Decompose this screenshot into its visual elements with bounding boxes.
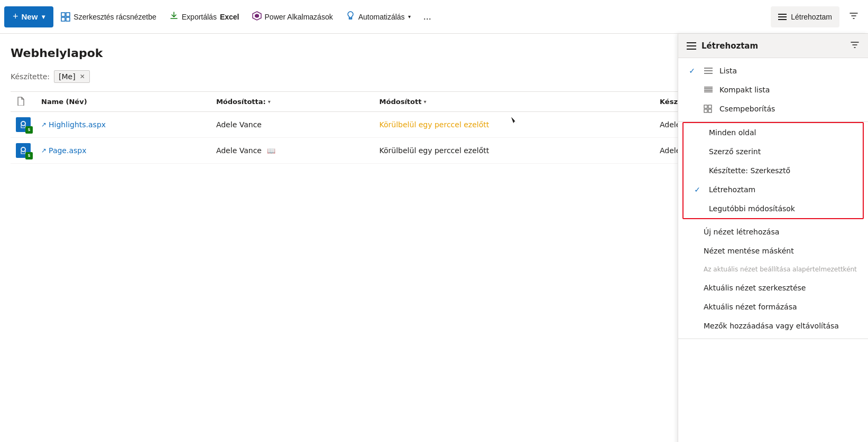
row2-book-icon: 📖 bbox=[267, 147, 275, 155]
dropdown-action-set-default-label: Az aktuális nézet beállítása alapértelme… bbox=[704, 266, 857, 273]
dropdown-action-format-view[interactable]: Aktuális nézet formázása bbox=[678, 297, 868, 316]
filter-tag-remove[interactable]: ✕ bbox=[80, 73, 85, 80]
row2-file-name[interactable]: Page.aspx bbox=[49, 146, 86, 155]
automate-icon bbox=[346, 11, 355, 22]
excel-label: Excel bbox=[220, 13, 239, 21]
row2-name-cell: ↗ Page.aspx bbox=[36, 138, 211, 164]
view-selector-button[interactable]: Létrehoztam bbox=[771, 6, 839, 27]
row1-modified-by-value: Adele Vance bbox=[216, 120, 262, 129]
automate-label: Automatizálás bbox=[358, 13, 405, 21]
sort-modified-icon: ▾ bbox=[423, 99, 426, 105]
export-label: Exportálás bbox=[182, 13, 217, 21]
tiles-icon bbox=[704, 105, 713, 113]
dropdown-header: Létrehoztam bbox=[678, 34, 868, 58]
svg-rect-3 bbox=[66, 17, 70, 21]
svg-rect-17 bbox=[704, 109, 707, 112]
col-modified-by-label: Módosította: bbox=[216, 98, 266, 106]
col-modified-label: Módosított bbox=[380, 98, 422, 106]
dropdown-item-compact-label: Kompakt lista bbox=[719, 86, 770, 94]
filter-button[interactable] bbox=[844, 6, 864, 27]
dropdown-action-save-view-label: Nézet mentése másként bbox=[704, 247, 794, 255]
new-label: New bbox=[22, 12, 38, 21]
hamburger-icon bbox=[778, 14, 787, 20]
edit-grid-label: Szerkesztés rácsnézetbe bbox=[73, 13, 156, 21]
dropdown-item-tiles-label: Csempeborítás bbox=[719, 105, 775, 113]
filter-tag: [Me] ✕ bbox=[54, 70, 90, 83]
dropdown-item-szerzo[interactable]: Szerző szerint bbox=[684, 142, 863, 161]
power-apps-icon bbox=[252, 11, 262, 22]
file-type-icon bbox=[16, 99, 25, 107]
dropdown-highlighted-section: Minden oldal Szerző szerint Készítette: … bbox=[682, 122, 864, 219]
dropdown-action-format-view-label: Aktuális nézet formázása bbox=[704, 303, 797, 311]
row2-modified-value: Körülbelül egy perccel ezelőtt bbox=[380, 146, 490, 155]
svg-rect-0 bbox=[61, 13, 65, 16]
dropdown-item-minden[interactable]: Minden oldal bbox=[684, 123, 863, 142]
chevron-down-icon: ▾ bbox=[42, 13, 45, 21]
dropdown-action-set-default: Az aktuális nézet beállítása alapértelme… bbox=[678, 260, 868, 278]
filter-tag-value: [Me] bbox=[59, 72, 76, 81]
automate-chevron-icon: ▾ bbox=[408, 14, 411, 20]
row2-modified-by: Adele Vance 📖 bbox=[211, 138, 374, 164]
row1-file-name[interactable]: Highlights.aspx bbox=[49, 120, 106, 129]
toolbar-right: Létrehoztam bbox=[771, 6, 864, 27]
dropdown-item-tiles[interactable]: Csempeborítás bbox=[678, 99, 868, 118]
dropdown-header-left: Létrehoztam bbox=[687, 41, 758, 51]
edit-grid-button[interactable]: Szerkesztés rácsnézetbe bbox=[56, 6, 161, 27]
plus-icon: + bbox=[13, 11, 19, 22]
dropdown-action-save-view[interactable]: Nézet mentése másként bbox=[678, 241, 868, 260]
main-content: Webhelylapok Készítette: [Me] ✕ bbox=[0, 34, 868, 164]
dropdown-filter-icon[interactable] bbox=[850, 40, 860, 51]
export-button[interactable]: Exportálás Excel bbox=[164, 6, 245, 27]
check-icon-lista: ✓ bbox=[687, 67, 697, 75]
dropdown-item-compact[interactable]: Kompakt lista bbox=[678, 80, 868, 99]
row2-edit-icon: ↗ bbox=[41, 147, 47, 154]
col-icon bbox=[11, 92, 36, 112]
automate-button[interactable]: Automatizálás ▾ bbox=[340, 6, 416, 27]
svg-rect-15 bbox=[704, 105, 707, 108]
new-button[interactable]: + New ▾ bbox=[4, 6, 53, 27]
svg-marker-5 bbox=[255, 14, 259, 18]
grid-icon bbox=[61, 12, 70, 22]
filter-bar-label: Készítette: bbox=[11, 72, 50, 81]
dropdown-action-edit-view[interactable]: Aktuális nézet szerkesztése bbox=[678, 278, 868, 297]
dropdown-item-legutobb-label: Legutóbbi módosítások bbox=[709, 204, 795, 213]
row2-file-badge: S bbox=[25, 152, 33, 159]
row1-modified-by: Adele Vance bbox=[211, 112, 374, 138]
col-name-label: Name (Név) bbox=[41, 98, 87, 106]
dropdown-item-lista[interactable]: ✓ Lista bbox=[678, 61, 868, 80]
filter-icon bbox=[849, 11, 858, 23]
dropdown-action-edit-view-label: Aktuális nézet szerkesztése bbox=[704, 284, 806, 292]
dropdown-action-new-view[interactable]: Új nézet létrehozása bbox=[678, 222, 868, 241]
dropdown-header-title: Létrehoztam bbox=[701, 41, 758, 51]
dropdown-action-fields[interactable]: Mezők hozzáadása vagy eltávolítása bbox=[678, 316, 868, 335]
svg-rect-2 bbox=[61, 17, 65, 21]
row1-file-badge: S bbox=[25, 126, 33, 134]
svg-rect-1 bbox=[66, 13, 70, 16]
check-icon-letrehoztam: ✓ bbox=[692, 185, 703, 194]
col-modified-by[interactable]: Módosította: ▾ bbox=[211, 92, 374, 112]
row1-modified: Körülbelül egy perccel ezelőtt bbox=[374, 112, 654, 138]
dropdown-action-new-view-label: Új nézet létrehozása bbox=[704, 228, 779, 236]
col-name: Name (Név) bbox=[36, 92, 211, 112]
dropdown-item-minden-label: Minden oldal bbox=[709, 128, 756, 137]
hamburger-icon[interactable] bbox=[687, 42, 696, 50]
power-apps-button[interactable]: Power Alkalmazások bbox=[247, 6, 338, 27]
svg-rect-16 bbox=[708, 105, 712, 108]
sort-modified-by-icon: ▾ bbox=[268, 99, 271, 105]
dropdown-item-legutobb[interactable]: Legutóbbi módosítások bbox=[684, 199, 863, 218]
dropdown-item-keszitette-szerkeszto[interactable]: Készítette: Szerkesztő bbox=[684, 161, 863, 180]
dropdown-item-letrehoztam[interactable]: ✓ Létrehoztam bbox=[684, 180, 863, 199]
more-button[interactable]: ... bbox=[418, 6, 437, 27]
view-selector-label: Létrehoztam bbox=[791, 13, 832, 21]
row1-name-cell: ↗ Highlights.aspx bbox=[36, 112, 211, 138]
dropdown-action-fields-label: Mezők hozzáadása vagy eltávolítása bbox=[704, 322, 839, 330]
dropdown-item-letrehoztam-label: Létrehoztam bbox=[709, 185, 755, 194]
power-apps-label: Power Alkalmazások bbox=[265, 13, 333, 21]
col-modified[interactable]: Módosított ▾ bbox=[374, 92, 654, 112]
more-icon: ... bbox=[423, 11, 431, 22]
toolbar: + New ▾ Szerkesztés rácsnézetbe Exportál… bbox=[0, 0, 868, 34]
dropdown-view-types-section: ✓ Lista bbox=[678, 58, 868, 122]
compact-list-icon bbox=[704, 86, 713, 93]
row1-edit-icon: ↗ bbox=[41, 121, 47, 128]
list-view-icon bbox=[704, 67, 713, 74]
